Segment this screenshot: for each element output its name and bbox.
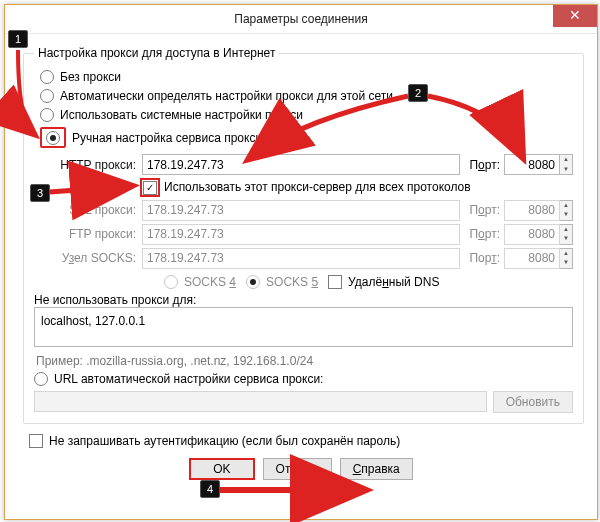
reload-button: Обновить bbox=[493, 391, 573, 413]
ssl-address-input bbox=[142, 200, 460, 221]
window-title: Параметры соединения bbox=[234, 12, 367, 26]
radio-icon bbox=[46, 131, 60, 145]
no-proxy-hint: Пример: .mozilla-russia.org, .net.nz, 19… bbox=[36, 354, 571, 368]
radio-icon bbox=[40, 89, 54, 103]
no-proxy-section: Не использовать прокси для: localhost, 1… bbox=[34, 293, 573, 368]
radio-auto-detect[interactable]: Автоматически определять настройки прокс… bbox=[40, 89, 573, 103]
ssl-port-spinner: ▲▼ bbox=[504, 200, 573, 221]
ftp-proxy-row: FTP прокси: Порт: ▲▼ bbox=[54, 224, 573, 245]
port-label: Порт: bbox=[460, 251, 504, 265]
radio-icon bbox=[40, 108, 54, 122]
checkbox-remote-dns[interactable]: Удалённый DNS bbox=[328, 275, 439, 289]
ftp-address-input bbox=[142, 224, 460, 245]
port-label: Порт: bbox=[460, 158, 504, 172]
radio-label: Без прокси bbox=[60, 70, 121, 84]
radio-system-proxy[interactable]: Использовать системные настройки прокси bbox=[40, 108, 573, 122]
socks-version-row: SOCKS 4 SOCKS 5 Удалённый DNS bbox=[164, 275, 573, 289]
http-port-input[interactable] bbox=[504, 154, 560, 175]
annotation-step-3: 3 bbox=[30, 184, 50, 202]
socks-address-input bbox=[142, 248, 460, 269]
http-address-input[interactable] bbox=[142, 154, 460, 175]
close-button[interactable]: ✕ bbox=[553, 5, 597, 27]
dialog-window: Параметры соединения ✕ Настройка прокси … bbox=[4, 4, 598, 520]
http-label: HTTP прокси: bbox=[54, 158, 142, 172]
manual-fields: HTTP прокси: Порт: ▲▼ Использовать этот … bbox=[54, 154, 573, 289]
use-for-all-row[interactable]: Использовать этот прокси-сервер для всех… bbox=[140, 178, 573, 197]
radio-icon bbox=[34, 372, 48, 386]
auto-url-input bbox=[34, 391, 487, 412]
socks-proxy-row: Узел SOCKS: Порт: ▲▼ bbox=[54, 248, 573, 269]
ok-button[interactable]: OK bbox=[189, 458, 254, 480]
annotation-step-2: 2 bbox=[408, 84, 428, 102]
radio-label: Использовать системные настройки прокси bbox=[60, 108, 303, 122]
checkbox-icon bbox=[29, 434, 43, 448]
auto-url-row: Обновить bbox=[34, 391, 573, 413]
ftp-port-input bbox=[504, 224, 560, 245]
ftp-port-spinner: ▲▼ bbox=[504, 224, 573, 245]
radio-label: URL автоматической настройки сервиса про… bbox=[54, 372, 323, 386]
ssl-label: SSL прокси: bbox=[54, 203, 142, 217]
radio-socks5: SOCKS 5 bbox=[246, 275, 318, 289]
port-label: Порт: bbox=[460, 203, 504, 217]
socks-port-input bbox=[504, 248, 560, 269]
annotation-step-1: 1 bbox=[8, 30, 28, 48]
checkbox-icon bbox=[143, 181, 157, 195]
port-label: Порт: bbox=[460, 227, 504, 241]
titlebar: Параметры соединения ✕ bbox=[5, 5, 597, 34]
annotation-highlight bbox=[40, 127, 66, 148]
dialog-body: Настройка прокси для доступа в Интернет … bbox=[5, 34, 597, 492]
help-button[interactable]: Справка bbox=[340, 458, 413, 480]
radio-socks4: SOCKS 4 bbox=[164, 275, 236, 289]
auth-label: Не запрашивать аутентификацию (если был … bbox=[49, 434, 400, 448]
ftp-label: FTP прокси: bbox=[54, 227, 142, 241]
socks-port-spinner: ▲▼ bbox=[504, 248, 573, 269]
radio-icon bbox=[40, 70, 54, 84]
annotation-highlight bbox=[140, 178, 160, 197]
use-for-all-label: Использовать этот прокси-сервер для всех… bbox=[164, 180, 471, 194]
group-legend: Настройка прокси для доступа в Интернет bbox=[34, 46, 279, 60]
radio-no-proxy[interactable]: Без прокси bbox=[40, 70, 573, 84]
proxy-groupbox: Настройка прокси для доступа в Интернет … bbox=[23, 46, 584, 424]
radio-label: Ручная настройка сервиса прокси: bbox=[72, 131, 265, 145]
ssl-proxy-row: SSL прокси: Порт: ▲▼ bbox=[54, 200, 573, 221]
ssl-port-input bbox=[504, 200, 560, 221]
http-proxy-row: HTTP прокси: Порт: ▲▼ bbox=[54, 154, 573, 175]
cancel-button[interactable]: Отмена bbox=[263, 458, 332, 480]
socks-label: Узел SOCKS: bbox=[54, 251, 142, 265]
no-proxy-textarea[interactable]: localhost, 127.0.0.1 bbox=[34, 307, 573, 347]
radio-manual-proxy[interactable]: Ручная настройка сервиса прокси: bbox=[40, 127, 573, 148]
button-bar: OK Отмена Справка bbox=[23, 458, 579, 480]
radio-label: Автоматически определять настройки прокс… bbox=[60, 89, 393, 103]
http-port-spinner[interactable]: ▲▼ bbox=[504, 154, 573, 175]
annotation-step-4: 4 bbox=[200, 480, 220, 498]
auth-checkbox-row[interactable]: Не запрашивать аутентификацию (если был … bbox=[29, 434, 573, 448]
radio-auto-url[interactable]: URL автоматической настройки сервиса про… bbox=[34, 372, 573, 386]
no-proxy-label: Не использовать прокси для: bbox=[34, 293, 573, 307]
